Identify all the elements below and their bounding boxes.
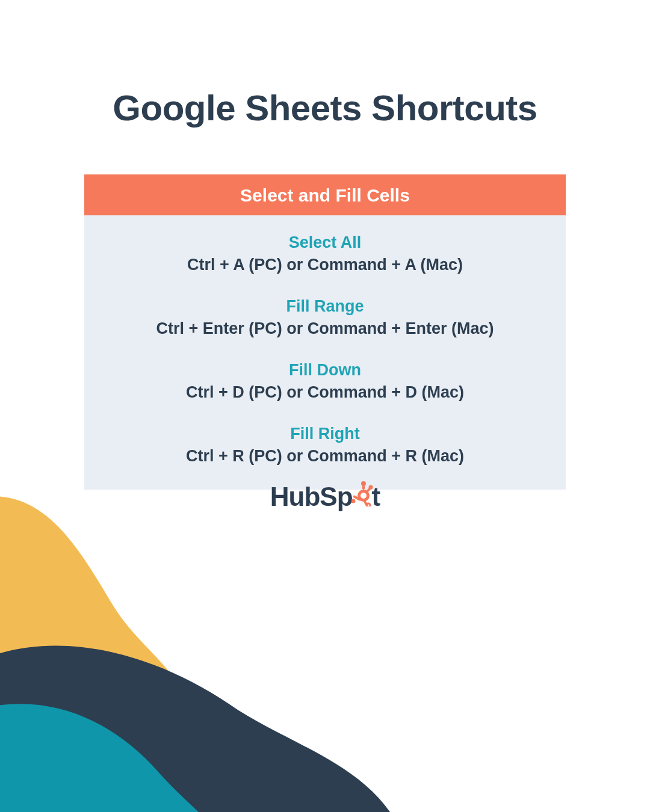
shortcut-name: Fill Down (102, 361, 548, 380)
decor-blob-yellow (0, 463, 295, 812)
page-title: Google Sheets Shortcuts (0, 87, 650, 129)
shortcut-name: Fill Range (102, 297, 548, 316)
brand-suffix: t (372, 482, 380, 512)
shortcut-item: Fill Range Ctrl + Enter (PC) or Command … (102, 297, 548, 338)
shortcut-item: Fill Right Ctrl + R (PC) or Command + R … (102, 425, 548, 466)
svg-point-1 (361, 493, 367, 499)
shortcuts-card: Select and Fill Cells Select All Ctrl + … (84, 174, 566, 490)
shortcut-name: Select All (102, 233, 548, 252)
sprocket-icon (351, 481, 373, 512)
shortcut-item: Select All Ctrl + A (PC) or Command + A … (102, 233, 548, 274)
shortcut-keys: Ctrl + A (PC) or Command + A (Mac) (102, 256, 548, 274)
shortcut-name: Fill Right (102, 425, 548, 443)
decor-blob-navy (0, 607, 445, 812)
shortcut-keys: Ctrl + Enter (PC) or Command + Enter (Ma… (102, 319, 548, 338)
card-body: Select All Ctrl + A (PC) or Command + A … (84, 215, 566, 490)
card-header: Select and Fill Cells (84, 174, 566, 215)
svg-point-3 (361, 481, 366, 486)
brand-prefix: HubSp (270, 482, 353, 512)
decor-blob-teal (0, 680, 301, 812)
shortcut-item: Fill Down Ctrl + D (PC) or Command + D (… (102, 361, 548, 402)
svg-point-9 (367, 503, 370, 506)
svg-point-7 (351, 499, 356, 503)
brand-logo: HubSp t (0, 481, 650, 512)
shortcut-keys: Ctrl + R (PC) or Command + R (Mac) (102, 447, 548, 466)
shortcut-keys: Ctrl + D (PC) or Command + D (Mac) (102, 383, 548, 402)
